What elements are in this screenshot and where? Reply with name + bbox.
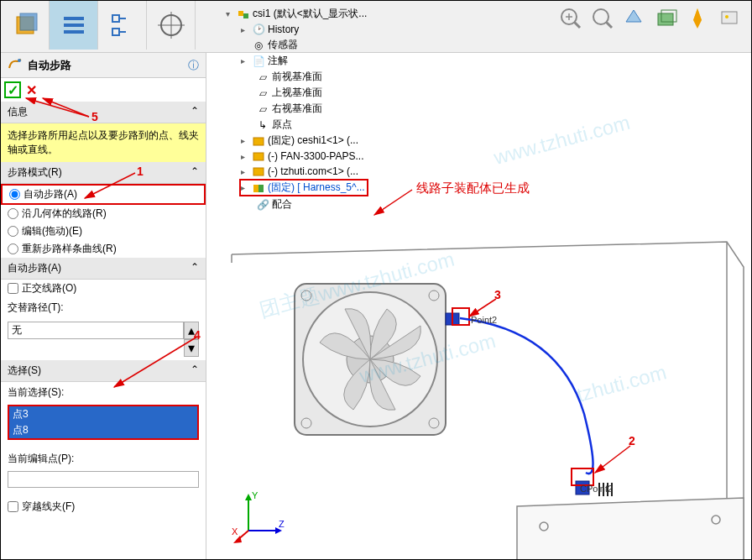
radio-edit-drag[interactable]: 编辑(拖动)(E): [1, 222, 206, 240]
appearance-icon[interactable]: [682, 3, 713, 33]
help-icon[interactable]: ⓘ: [188, 58, 199, 73]
tree-root[interactable]: ▾ csi1 (默认<默认_显示状...: [224, 6, 368, 22]
route-icon: [8, 56, 23, 74]
annotation-5: 5: [91, 110, 98, 123]
history-icon: 🕑: [252, 23, 265, 36]
expand-icon[interactable]: ▾: [226, 9, 234, 18]
ortho-checkbox[interactable]: [8, 283, 18, 294]
axis-triad: Y Z X: [232, 489, 290, 551]
tree-item-right-plane[interactable]: ▱ 右视基准面: [254, 101, 368, 117]
through-clip-row[interactable]: 穿越线夹(F): [1, 498, 206, 516]
auto-header[interactable]: 自动步路(A) ⌃: [1, 258, 206, 280]
ortho-check-row[interactable]: 正交线路(O): [1, 280, 206, 297]
svg-rect-53: [258, 185, 264, 192]
sensor-icon: ◎: [252, 39, 265, 52]
tree-item-fan[interactable]: ▸ (-) FAN-3300-PAPS...: [239, 149, 368, 164]
svg-text:X: X: [232, 526, 238, 536]
tree-item-ceshi[interactable]: ▸ (固定) ceshi1<1> (...: [239, 133, 368, 149]
info-message: 选择步路所用起点以及要步路到的点、线夹轴或直线。: [1, 123, 206, 162]
radio-reroute-spline[interactable]: 重新步路样条曲线(R): [1, 240, 206, 258]
expand-icon[interactable]: ▸: [241, 152, 249, 161]
point-label: Point2: [471, 315, 497, 325]
tree-item-history[interactable]: ▸ 🕑 History: [239, 22, 368, 37]
curr-edit-label: 当前编辑点(P):: [1, 448, 206, 469]
diam-dropdown[interactable]: ▴: [8, 322, 199, 339]
mate-icon: 🔗: [256, 198, 269, 212]
svg-line-16: [606, 22, 612, 28]
svg-text:Z: Z: [279, 519, 285, 529]
panel-header: 自动步路 ⓘ: [1, 53, 206, 78]
tab-config[interactable]: [50, 1, 98, 50]
svg-rect-3: [64, 24, 84, 27]
diam-input[interactable]: [8, 322, 184, 339]
diam-label: 交替路径(T):: [1, 297, 206, 318]
plane-icon: ▱: [256, 71, 269, 84]
svg-rect-1: [20, 13, 37, 30]
selection-listbox[interactable]: 点3 点8: [8, 405, 199, 440]
expand-icon[interactable]: ▸: [241, 56, 249, 65]
curr-sel-label: 当前选择(S):: [1, 382, 206, 403]
svg-rect-17: [658, 13, 673, 25]
radio-edit[interactable]: [8, 226, 18, 237]
svg-rect-50: [253, 153, 264, 160]
feature-tree[interactable]: ▾ csi1 (默认<默认_显示状... ▸ 🕑 History ◎ 传感器 ▸…: [221, 3, 372, 216]
select-header[interactable]: 选择(S) ⌃: [1, 360, 206, 382]
edit-point-field[interactable]: [8, 471, 199, 488]
expand-icon[interactable]: ▸: [241, 25, 249, 34]
tree-item-tzhuti[interactable]: ▸ (-) tzhuti.com<1> (...: [239, 164, 368, 179]
expand-icon[interactable]: ▸: [241, 183, 249, 192]
plane-icon: ▱: [256, 102, 269, 116]
tree-item-front-plane[interactable]: ▱ 前视基准面: [254, 69, 368, 85]
tree-item-mates[interactable]: 🔗 配合: [254, 196, 368, 212]
scene-icon[interactable]: [714, 3, 744, 33]
zoom-area-icon[interactable]: [587, 3, 617, 33]
collapse-icon: ⌃: [191, 105, 199, 119]
tab-feature[interactable]: [1, 1, 50, 50]
section-icon[interactable]: [619, 3, 649, 33]
tree-item-annotations[interactable]: ▸ 📄 注解: [239, 53, 368, 69]
collapse-icon: ⌃: [191, 261, 199, 275]
cancel-button[interactable]: ✕: [26, 82, 37, 98]
part-icon: [252, 165, 265, 178]
expand-icon[interactable]: ▸: [241, 136, 249, 145]
radio-spline[interactable]: [8, 243, 18, 254]
list-item[interactable]: 点8: [9, 422, 197, 438]
svg-rect-19: [722, 12, 737, 24]
part-icon: [252, 134, 265, 148]
radio-geom-route[interactable]: 沿几何体的线路(R): [1, 205, 206, 222]
list-item[interactable]: 点3: [9, 406, 197, 422]
tab-tree[interactable]: [98, 1, 147, 50]
view-toolbar: [555, 3, 744, 33]
radio-auto-route[interactable]: 自动步路(A): [1, 184, 206, 205]
expand-icon[interactable]: ▸: [241, 167, 249, 176]
tab-view[interactable]: [147, 1, 196, 50]
svg-marker-39: [245, 494, 252, 500]
zoom-fit-icon[interactable]: [555, 3, 585, 33]
panel-title: 自动步路: [28, 58, 188, 73]
tree-item-sensors[interactable]: ◎ 传感器: [239, 37, 368, 53]
svg-point-12: [18, 59, 21, 62]
svg-rect-4: [64, 30, 84, 34]
through-clip-checkbox[interactable]: [8, 501, 18, 512]
tree-item-origin[interactable]: ↳ 原点: [254, 117, 368, 133]
annotation-icon: 📄: [252, 55, 265, 68]
svg-point-20: [725, 15, 728, 18]
tree-item-harness[interactable]: ▸ (固定) [ Harness_5^...: [239, 179, 368, 196]
mode-header[interactable]: 步路模式(R) ⌃: [1, 162, 206, 184]
display-icon[interactable]: [650, 3, 681, 33]
svg-rect-51: [253, 168, 264, 175]
origin-icon: ↳: [256, 118, 269, 132]
svg-line-14: [574, 22, 580, 28]
part-icon: [252, 149, 265, 163]
ok-button[interactable]: ✓: [4, 81, 21, 98]
tree-item-top-plane[interactable]: ▱ 上视基准面: [254, 85, 368, 101]
svg-text:Y: Y: [252, 490, 258, 500]
action-row: ✓ ✕: [1, 78, 206, 102]
property-panel: 自动步路 ⓘ ✓ ✕ 信息 ⌃ 选择步路所用起点以及要步路到的点、线夹轴或直线。…: [1, 53, 206, 560]
radio-auto[interactable]: [9, 189, 20, 200]
annotation-harness-text: 线路子装配体已生成: [416, 181, 530, 196]
radio-geom[interactable]: [8, 208, 18, 219]
annotation-4: 4: [194, 328, 201, 342]
collapse-icon: ⌃: [191, 165, 199, 180]
info-header[interactable]: 信息 ⌃: [1, 102, 206, 123]
